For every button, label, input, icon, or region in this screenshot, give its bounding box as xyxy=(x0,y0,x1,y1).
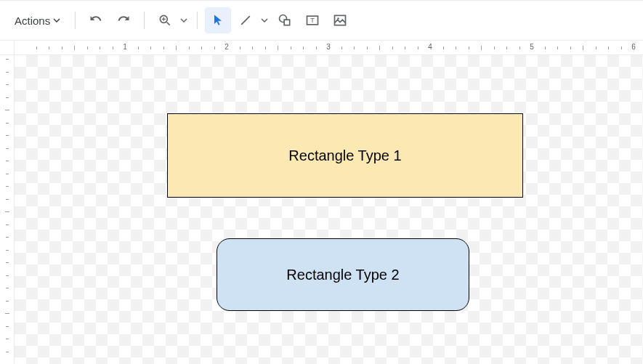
ruler-corner xyxy=(0,41,15,55)
ruler-tick xyxy=(74,46,75,50)
ruler-tick xyxy=(6,225,9,225)
line-icon xyxy=(238,13,253,28)
chevron-down-icon xyxy=(261,17,268,24)
rectangle-shape-2[interactable]: Rectangle Type 2 xyxy=(217,238,469,311)
ruler-tick xyxy=(5,110,9,110)
ruler-tick xyxy=(596,46,597,49)
ruler-tick xyxy=(6,123,9,124)
chevron-down-icon xyxy=(53,17,60,24)
ruler-tick xyxy=(87,46,88,49)
ruler-tick xyxy=(6,199,9,200)
ruler-tick xyxy=(138,46,139,49)
undo-button[interactable] xyxy=(83,7,109,33)
ruler-tick xyxy=(418,46,418,49)
ruler-tick xyxy=(6,174,9,174)
ruler-tick xyxy=(456,46,456,49)
ruler-tick xyxy=(6,262,9,263)
ruler-tick xyxy=(5,211,9,212)
ruler-tick xyxy=(443,46,444,49)
ruler-tick xyxy=(379,46,380,50)
svg-text:T: T xyxy=(310,17,315,24)
actions-menu-button[interactable]: Actions xyxy=(7,10,68,31)
line-tool-button[interactable] xyxy=(232,7,259,33)
ruler-tick xyxy=(392,46,393,49)
ruler-tick xyxy=(163,46,164,49)
separator xyxy=(144,12,145,29)
undo-icon xyxy=(89,13,103,28)
actions-label: Actions xyxy=(15,15,50,27)
zoom-button[interactable] xyxy=(152,7,178,33)
ruler-tick xyxy=(278,46,278,50)
drawing-canvas[interactable]: Rectangle Type 1 Rectangle Type 2 xyxy=(15,55,643,364)
ruler-tick xyxy=(481,46,482,50)
ruler-tick xyxy=(519,46,520,49)
ruler-tick xyxy=(557,46,558,49)
zoom-dropdown[interactable] xyxy=(178,7,190,33)
zoom-icon xyxy=(158,13,172,28)
redo-button[interactable] xyxy=(110,7,137,33)
svg-line-4 xyxy=(241,16,250,25)
ruler-label: 4 xyxy=(428,43,432,51)
ruler-tick xyxy=(354,46,355,49)
ruler-tick xyxy=(240,46,240,49)
ruler-label: 2 xyxy=(225,43,229,51)
ruler-tick xyxy=(469,46,469,49)
ruler-tick xyxy=(6,326,9,327)
ruler-tick xyxy=(6,84,9,85)
ruler-label: 3 xyxy=(326,43,331,51)
ruler-tick xyxy=(316,46,317,49)
ruler-tick xyxy=(6,59,9,60)
ruler-tick xyxy=(176,46,177,50)
ruler-tick xyxy=(6,97,9,98)
ruler-tick xyxy=(62,46,62,49)
ruler-tick xyxy=(6,339,9,339)
ruler-tick xyxy=(583,46,583,50)
ruler-tick xyxy=(570,46,571,49)
rectangle-shape-1[interactable]: Rectangle Type 1 xyxy=(167,113,523,198)
line-tool-group xyxy=(232,7,270,33)
separator xyxy=(75,12,76,29)
cursor-icon xyxy=(211,13,225,28)
ruler-tick xyxy=(6,135,9,136)
ruler-tick xyxy=(49,46,49,49)
shape-label: Rectangle Type 1 xyxy=(288,147,401,164)
ruler-tick xyxy=(214,46,215,49)
image-tool-button[interactable] xyxy=(327,7,353,33)
zoom-tool-group xyxy=(152,7,190,33)
image-icon xyxy=(333,13,347,28)
svg-line-1 xyxy=(167,23,170,25)
ruler-tick xyxy=(621,46,622,49)
textbox-tool-button[interactable]: T xyxy=(299,7,325,33)
vertical-ruler xyxy=(0,55,15,364)
ruler-tick xyxy=(545,46,546,49)
svg-point-10 xyxy=(337,17,339,20)
ruler-label: 5 xyxy=(530,43,534,51)
ruler-tick xyxy=(6,148,9,149)
shape-label: Rectangle Type 2 xyxy=(286,267,399,283)
ruler-tick xyxy=(303,46,304,49)
ruler-tick xyxy=(6,161,9,161)
ruler-tick xyxy=(252,46,253,49)
ruler-tick xyxy=(494,46,495,49)
ruler-tick xyxy=(113,46,113,49)
ruler-tick xyxy=(265,46,266,49)
shape-tool-button[interactable] xyxy=(272,7,298,33)
ruler-tick xyxy=(6,237,9,238)
ruler-tick xyxy=(201,46,202,49)
ruler-row: 123456 xyxy=(0,41,643,55)
toolbar: Actions T xyxy=(0,0,643,41)
ruler-tick xyxy=(6,275,9,276)
chevron-down-icon xyxy=(180,17,187,24)
separator xyxy=(197,12,198,29)
ruler-tick xyxy=(405,46,405,49)
ruler-tick xyxy=(6,301,9,302)
ruler-tick xyxy=(608,46,609,49)
ruler-tick xyxy=(5,313,9,314)
ruler-tick xyxy=(150,46,151,49)
ruler-tick xyxy=(6,288,9,288)
textbox-icon: T xyxy=(305,13,320,28)
horizontal-ruler: 123456 xyxy=(15,41,643,55)
ruler-tick xyxy=(6,250,9,251)
select-tool-button[interactable] xyxy=(205,7,231,33)
line-dropdown[interactable] xyxy=(259,7,270,33)
